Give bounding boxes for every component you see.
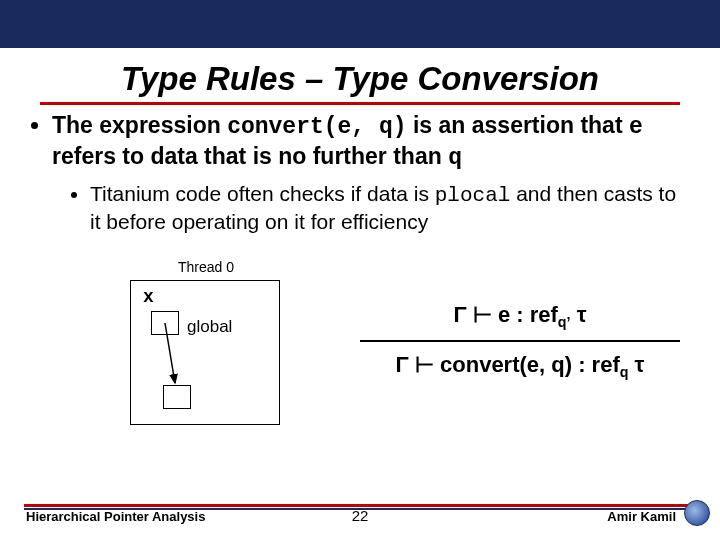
b1-code1: convert(e, q) [227, 114, 406, 140]
b1-mid1: is an assertion that [407, 112, 629, 138]
rule-premise: Γ ⊢ e : refq’ τ [360, 302, 680, 330]
slide: { "title": "Type Rules – Type Conversion… [0, 0, 720, 540]
b1-code2: e [629, 114, 643, 140]
bullet-2: Titanium code often checks if data is pl… [90, 181, 692, 236]
b1-mid2: refers to data that is no further than [52, 143, 448, 169]
b1-code3: q [448, 145, 462, 171]
bullet-1: The expression convert(e, q) is an asser… [52, 111, 692, 235]
b2-pre: Titanium code often checks if data is [90, 182, 435, 205]
thread-label: Thread 0 [131, 259, 281, 275]
rule-conclusion: Γ ⊢ convert(e, q) : refq τ [360, 352, 680, 380]
footer-author: Amir Kamil [607, 509, 676, 524]
thread-box: Thread 0 x global [130, 280, 280, 425]
seal-icon [684, 500, 710, 526]
header-bar [0, 0, 720, 48]
type-rule: Γ ⊢ e : refq’ τ Γ ⊢ convert(e, q) : refq… [360, 302, 680, 381]
slide-title: Type Rules – Type Conversion [0, 60, 720, 98]
svg-line-0 [165, 323, 175, 383]
b1-pre: The expression [52, 112, 227, 138]
b2-code1: plocal [435, 184, 511, 207]
rule-separator [360, 340, 680, 342]
content-area: The expression convert(e, q) is an asser… [0, 105, 720, 235]
pointer-arrow [131, 281, 281, 426]
footer: Hierarchical Pointer Analysis 22 Amir Ka… [0, 502, 720, 530]
